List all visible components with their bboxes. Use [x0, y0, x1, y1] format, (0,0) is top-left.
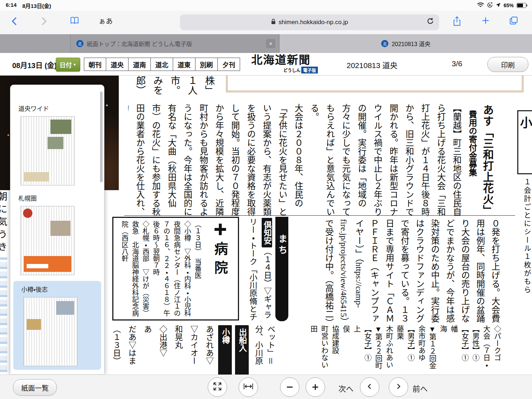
doshin-favicon: 北 [381, 40, 388, 47]
fit-width-button[interactable] [239, 377, 258, 397]
nav-donan[interactable]: 道南 [129, 58, 151, 71]
prev-page-label: 前へ [412, 383, 428, 394]
new-tab-icon[interactable] [479, 16, 492, 25]
kutchan-col-2: リー・トーク「小川原脩とチ [246, 218, 258, 326]
url-text: shimen.hokkaido-np.co.jp [279, 19, 348, 26]
article-body-bottom: ０発を打ち上げる。大会費用は例年、同時開催の盆踊り大会の屋台の売り上げなどでまか… [309, 219, 502, 327]
close-tab-icon[interactable]: ✕ [266, 39, 275, 48]
browser-toolbar: ぁあ shimen.hokkaido-np.co.jp [0, 11, 532, 34]
edition-date: 08月13日 (金) [12, 60, 57, 70]
tab-bar: 北 紙面トップ：北海道新聞 どうしん電子版 ✕ 北 20210813 道央 [0, 34, 532, 53]
edition-label: 20210813 道央 [347, 59, 397, 70]
page-thumbnail-sidebar: 道央ワイド 札幌圏 小樽・後志 [10, 85, 104, 375]
doshin-favicon: 北 [76, 40, 84, 47]
kutchan-label: 倶知安 [262, 218, 272, 247]
page-indicator: 3/6 [452, 59, 462, 68]
sports-results-cut: ◇パークゴ 大会（７日・ 【男性】① 【女子】① 幡 海 ▼第１２回金 余市町あ… [309, 325, 502, 375]
tab-title: 紙面トップ：北海道新聞 どうしん電子版 [87, 39, 192, 48]
status-bar: 6:14 8月13日(金) 65% [0, 0, 532, 11]
text-size-button[interactable]: ぁあ [98, 16, 114, 26]
lock-icon [271, 19, 276, 26]
left-cut-column: 朝に気うき [0, 192, 8, 260]
section-title-sapporo: 札幌圏 [18, 193, 104, 202]
column-divider [124, 215, 515, 216]
hospital-duty-box: 病院 （１３日） 当番医 ◇小樽 ▽外科・内科・小児科 夜間急病センター（住ノ江… [112, 217, 239, 320]
prev-page-button[interactable] [389, 377, 408, 397]
zoom-in-button[interactable] [306, 377, 325, 397]
left-link-list-cut [0, 257, 7, 375]
share-icon[interactable] [451, 16, 463, 27]
plus-icon [311, 381, 320, 393]
hospital-title: 病院 [210, 242, 230, 279]
medical-cross-icon [214, 223, 227, 236]
right-cut-box: 小 [517, 110, 532, 174]
next-page-label: 次へ [338, 383, 353, 394]
kutchan-col-1: 倶知安（１４日）▽ギャラ [261, 218, 273, 326]
status-time: 6:14 [6, 2, 17, 9]
status-date: 8月13日(金) [22, 2, 51, 9]
tab-shimen-top[interactable]: 北 紙面トップ：北海道新聞 どうしん電子版 ✕ [70, 34, 279, 53]
article-body-top: 【蘭越】町三和地区の住民自ら打ち上げる花火大会「三和打上花火」が１４日午後８時か… [128, 104, 464, 218]
reload-icon[interactable] [427, 17, 434, 27]
minus-icon [285, 381, 294, 393]
ad-box-edge [226, 76, 523, 92]
top-cut-columns: 株」 １人 市。 みを 郎） [131, 76, 218, 103]
edition-nav: 朝刊 道央 道南 道北 道東 別刷 夕刊 [84, 58, 240, 71]
section-title-doo-wide: 道央ワイド [18, 104, 104, 113]
date-picker-button[interactable]: 日付 ▼ [56, 58, 80, 72]
machi-label: まち [275, 234, 288, 256]
tab-current-page[interactable]: 北 20210813 道央 [280, 34, 532, 53]
viewer-toolbar: 紙面一覧 次へ 前へ [0, 375, 532, 399]
newspaper-thumbnail-doo-wide[interactable] [21, 116, 75, 185]
newspaper-logo: 北海道新聞 どうしん 電子版 [244, 54, 318, 73]
logo-text: 北海道新聞 [244, 54, 318, 66]
defune-label: 出船入 [235, 325, 249, 375]
fit-width-icon [243, 382, 253, 392]
sidebar-scrollbar[interactable] [100, 91, 103, 182]
tab-title: 20210813 道央 [392, 39, 430, 48]
nav-doo[interactable]: 道央 [106, 58, 129, 71]
nav-doto[interactable]: 道東 [173, 58, 195, 71]
newspaper-thumbnail-sapporo[interactable] [21, 206, 75, 275]
kutchan-listing: 倶知安（１４日）▽ギャラ リー・トーク「小川原脩とチ [245, 218, 273, 326]
otaru-label: 小樽 [218, 325, 232, 375]
machi-section-ribbon: まち [275, 217, 288, 321]
orientation-lock-icon [487, 2, 493, 9]
battery-icon [517, 3, 526, 8]
print-button[interactable]: 印刷 [487, 57, 528, 72]
fullscreen-icon [213, 382, 222, 393]
back-button[interactable] [9, 16, 21, 27]
article-subhead: 費用の寄付金募集 [466, 110, 478, 197]
hospital-body: （１３日） 当番医 ◇小樽 ▽外科・内科・小児科 夜間急病センター（住ノ江１の７… [117, 221, 203, 317]
tabs-overview-icon[interactable] [508, 16, 520, 25]
newspaper-thumbnail-otaru[interactable] [23, 297, 77, 366]
chevron-right-icon [395, 382, 402, 392]
logo-badge: 電子版 [301, 67, 318, 73]
article-headline: あす「三和打上花火」 [479, 104, 495, 217]
hospital-title-block: 病院 [210, 223, 230, 279]
nav-dohoku[interactable]: 道北 [151, 58, 173, 71]
url-bar[interactable]: shimen.hokkaido-np.co.jp [180, 14, 439, 30]
location-icon [496, 3, 501, 9]
next-page-button[interactable] [360, 377, 379, 397]
fullscreen-button[interactable] [208, 377, 227, 397]
wifi-icon [477, 2, 484, 9]
nav-bessatsu[interactable]: 別刷 [195, 58, 218, 71]
forward-button[interactable] [37, 16, 50, 27]
viewer-header: 08月13日 (金) 日付 ▼ 朝刊 道央 道南 道北 道東 別刷 夕刊 北海道… [0, 53, 532, 76]
section-title-otaru: 小樽・後志 [21, 284, 101, 293]
logo-subtext: どうしん [283, 67, 301, 73]
bookmarks-icon[interactable] [68, 16, 81, 25]
chevron-down-icon: ▼ [73, 63, 77, 67]
selected-section: 小樽・後志 [13, 281, 101, 370]
safari-window: { "status_bar": { "time": "6:14", "date"… [0, 0, 532, 399]
page-list-button[interactable]: 紙面一覧 [13, 379, 57, 396]
right-edge-column: １会計ごとにシール１枚がもら [522, 178, 532, 337]
newspaper-viewer: 朝に気うき 道央ワイド 札幌圏 小樽・後志 株」 １人 市。 みを 郎） あす [0, 76, 532, 375]
battery-percent: 65% [504, 3, 514, 8]
harbor-listing-cut: ベット」＝分、小川原 出船入 小樽 あざれあ▽ ▽カイオー 和晃丸 ◇出港▽ あ… [108, 325, 276, 375]
chevron-left-icon [366, 382, 374, 392]
zoom-out-button[interactable] [280, 377, 299, 397]
nav-chokan[interactable]: 朝刊 [84, 58, 106, 71]
nav-yukan[interactable]: 夕刊 [218, 58, 240, 71]
